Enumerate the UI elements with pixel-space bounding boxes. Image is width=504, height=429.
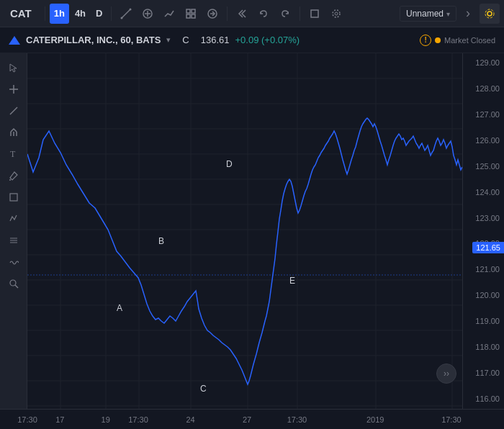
pitchfork-tool[interactable]: [4, 122, 24, 143]
cursor-tool[interactable]: [4, 58, 24, 78]
line-draw-tool[interactable]: [4, 101, 24, 121]
svg-line-20: [10, 107, 17, 114]
separator4: [300, 6, 300, 21]
bats-dropdown[interactable]: ▾: [166, 35, 171, 45]
compare-btn[interactable]: [159, 4, 179, 24]
unnamed-layout-btn[interactable]: Unnamed: [400, 6, 456, 22]
timeframe-4h-btn[interactable]: 4h: [71, 4, 90, 24]
svg-point-29: [10, 280, 16, 286]
svg-rect-8: [186, 14, 190, 18]
settings-icon-btn[interactable]: [480, 4, 500, 24]
svg-line-0: [122, 9, 130, 18]
price-label-126: 126.00: [463, 137, 504, 145]
price-label-125: 125.00: [463, 163, 504, 171]
svg-line-30: [15, 285, 18, 288]
separator3: [227, 6, 228, 21]
time-axis: 17:30 17 19 17:30 24 27 17:30 2019 17:30: [0, 409, 504, 429]
wave-label-d: D: [226, 159, 233, 169]
add-indicator-btn[interactable]: [138, 4, 158, 24]
time-label-27: 27: [243, 415, 251, 424]
svg-rect-12: [311, 10, 318, 17]
svg-rect-9: [192, 14, 195, 18]
time-axis-inner: 17:30 17 19 17:30 24 27 17:30 2019 17:30: [27, 410, 462, 429]
price-label-119: 119.00: [463, 317, 504, 325]
price-label-129: 129.00: [463, 59, 504, 67]
price-line: [27, 118, 462, 384]
drawing-toolbar: T: [0, 53, 27, 409]
price-label-123: 123.00: [463, 214, 504, 222]
pattern-tool[interactable]: [4, 209, 24, 229]
svg-rect-25: [10, 194, 17, 201]
price-label-127: 127.00: [463, 111, 504, 119]
time-label-2019: 2019: [366, 415, 384, 424]
chart-main: T: [0, 53, 504, 409]
svg-point-16: [485, 9, 494, 18]
crosshair-tool[interactable]: [4, 79, 24, 99]
price-label-118: 118.00: [463, 343, 504, 351]
svg-point-13: [333, 10, 340, 17]
unnamed-label: Unnamed: [406, 9, 444, 19]
tradingview-logo: [9, 35, 20, 46]
time-label-24: 24: [186, 415, 194, 424]
price-label-124: 124.00: [463, 189, 504, 197]
chart-canvas[interactable]: A B C D E ››: [27, 53, 462, 409]
rect-btn[interactable]: [305, 4, 325, 24]
time-label-19: 19: [102, 415, 110, 424]
text-tool[interactable]: T: [4, 144, 24, 164]
chart-change: +0.09 (+0.07%): [235, 35, 300, 45]
wave-tool[interactable]: [4, 252, 24, 272]
brush-tool[interactable]: [4, 166, 24, 186]
line-tool-btn[interactable]: [116, 4, 136, 24]
symbol-label: CAT: [4, 4, 37, 22]
current-price-badge: 121.65: [472, 242, 504, 253]
wave-label-a: A: [117, 303, 122, 313]
price-label-128: 128.00: [463, 85, 504, 93]
svg-rect-7: [192, 9, 195, 13]
separator2: [111, 6, 112, 21]
fast-forward-btn[interactable]: ››: [436, 363, 456, 384]
timeframe-d-btn[interactable]: D: [91, 4, 107, 24]
chart-header: CATERPILLAR, INC., 60, BATS ▾ C 136.61 +…: [0, 27, 504, 53]
separator: [45, 6, 45, 21]
chevron-down-icon: [446, 9, 450, 19]
price-label-117: 117.00: [463, 369, 504, 377]
top-toolbar: CAT 1h 4h D Unnamed ›: [0, 0, 504, 27]
market-closed-dot: [435, 37, 441, 43]
wave-label-c: C: [200, 384, 207, 394]
svg-point-14: [335, 12, 338, 15]
fib-tool[interactable]: [4, 230, 24, 250]
strategy-btn[interactable]: [181, 4, 201, 24]
warning-icon: !: [420, 35, 431, 46]
price-chart-svg: A B C D E: [27, 53, 462, 409]
sync-btn[interactable]: [326, 4, 346, 24]
price-label-120: 120.00: [463, 292, 504, 299]
magnify-tool[interactable]: [4, 274, 24, 294]
svg-rect-6: [186, 9, 190, 13]
shape-tool[interactable]: [4, 187, 24, 207]
price-label-121: 121.00: [463, 266, 504, 274]
time-label-1730-mid2: 17:30: [287, 415, 307, 424]
timeframe-1h-btn[interactable]: 1h: [50, 4, 69, 24]
svg-marker-17: [9, 36, 20, 45]
replay-btn[interactable]: [202, 4, 222, 24]
chart-price-prefix: C: [182, 35, 189, 45]
wave-label-b: B: [158, 236, 164, 246]
chart-price: 136.61: [201, 35, 230, 45]
back-btn[interactable]: [232, 4, 252, 24]
svg-point-1: [121, 17, 123, 19]
svg-point-15: [487, 12, 492, 16]
undo-btn[interactable]: [253, 4, 274, 24]
price-label-116: 116.00: [463, 395, 504, 403]
time-label-1730-mid1: 17:30: [128, 415, 148, 424]
time-label-17: 17: [55, 415, 64, 424]
svg-text:T: T: [10, 149, 16, 159]
price-axis: 129.00 128.00 127.00 126.00 125.00 124.0…: [462, 53, 504, 409]
redo-btn[interactable]: [275, 4, 295, 24]
chart-symbol-name: CATERPILLAR, INC., 60, BATS: [26, 35, 161, 45]
time-label-1730-end: 17:30: [441, 415, 462, 424]
more-btn[interactable]: ›: [458, 4, 478, 24]
wave-label-e: E: [289, 276, 295, 286]
market-status: ! Market Closed: [420, 35, 495, 46]
market-closed-label: Market Closed: [444, 36, 495, 45]
time-label-1730-start: 17:30: [17, 415, 37, 424]
